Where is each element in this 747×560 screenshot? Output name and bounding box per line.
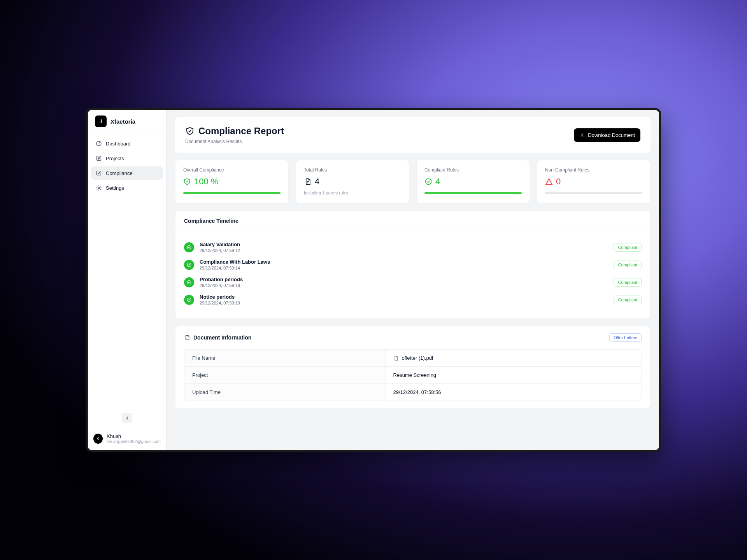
- gauge-icon: [96, 140, 102, 147]
- status-dot-compliant: [184, 295, 194, 305]
- docinfo-key: File Name: [184, 350, 386, 366]
- timeline-item: Compliance With Labor Laws 29/12/2024, 0…: [184, 256, 642, 273]
- progress-bar: [424, 192, 522, 194]
- gear-icon: [96, 185, 102, 191]
- timeline-panel: Compliance Timeline Salary Validation 29…: [175, 210, 651, 319]
- stat-label: Non-Compliant Rules: [545, 167, 642, 173]
- svg-point-3: [98, 187, 100, 189]
- docinfo-row: Project Resume Screening: [184, 367, 641, 384]
- timeline-item: Notice periods 29/12/2024, 07:59:19 Comp…: [184, 291, 642, 308]
- svg-rect-2: [97, 171, 101, 175]
- page-title: Compliance Report: [198, 126, 284, 136]
- report-header-card: Compliance Report Document Analysis Resu…: [175, 117, 651, 153]
- stat-label: Overall Compliance: [183, 167, 281, 173]
- status-dot-compliant: [184, 260, 194, 270]
- avatar: K: [93, 434, 103, 444]
- stat-value: 4: [315, 177, 319, 187]
- sidebar-item-compliance[interactable]: Compliance: [91, 166, 163, 180]
- status-dot-compliant: [184, 242, 194, 252]
- docinfo-table: File Name ofletter (1).pdf Project Resum…: [175, 349, 650, 408]
- stat-label: Total Rules: [304, 167, 401, 173]
- shield-icon: [185, 126, 195, 136]
- stat-overall-compliance: Overall Compliance 100 %: [175, 160, 289, 203]
- sidebar-item-label: Projects: [106, 156, 124, 161]
- timeline-item-time: 29/12/2024, 07:59:19: [200, 301, 608, 305]
- stat-noncompliant-rules: Non-Compliant Rules 0: [537, 160, 651, 203]
- stat-compliant-rules: Compliant Rules 4: [416, 160, 530, 203]
- timeline-item-title: Notice periods: [200, 294, 608, 300]
- file-icon: [184, 334, 190, 341]
- alert-triangle-icon: [545, 178, 553, 186]
- status-badge: Compliant: [614, 243, 642, 252]
- stat-value: 4: [435, 177, 440, 187]
- check-circle-icon: [424, 178, 432, 186]
- download-icon: [579, 132, 585, 138]
- status-badge: Compliant: [614, 278, 642, 287]
- stat-value: 0: [556, 177, 561, 187]
- status-badge: Compliant: [614, 296, 642, 304]
- main-content: Compliance Report Document Analysis Resu…: [167, 110, 659, 450]
- panel-title: Document Information: [184, 334, 251, 341]
- brand-logo-glyph: ./: [99, 118, 102, 124]
- sidebar-nav: Dashboard Projects Compliance Settings: [88, 133, 166, 198]
- chevron-left-icon: [124, 415, 130, 421]
- docinfo-value: Resume Screening: [386, 367, 641, 383]
- stat-value: 100 %: [194, 177, 218, 187]
- timeline-item: Salary Validation 29/12/2024, 07:59:12 C…: [184, 238, 642, 256]
- brand-logo: ./: [95, 116, 107, 127]
- sidebar-collapse-button[interactable]: [122, 413, 132, 423]
- sidebar-item-label: Dashboard: [106, 141, 131, 147]
- panel-header: Compliance Timeline: [175, 211, 650, 231]
- timeline-list: Salary Validation 29/12/2024, 07:59:12 C…: [175, 231, 650, 318]
- progress-fill: [424, 192, 522, 194]
- page-subtitle: Document Analysis Results: [185, 139, 284, 144]
- user-email: khushpatel2002@gmail.com: [107, 439, 161, 444]
- download-document-button[interactable]: Download Document: [574, 128, 640, 142]
- timeline-item-time: 29/12/2024, 07:59:16: [200, 283, 608, 288]
- progress-bar: [545, 192, 642, 194]
- stats-row: Overall Compliance 100 % Total Rules: [175, 160, 651, 203]
- docinfo-value-text: ofletter (1).pdf: [402, 355, 433, 361]
- sidebar: ./ Xfactoria Dashboard Projects: [88, 110, 167, 450]
- stat-label: Compliant Rules: [424, 167, 522, 173]
- brand-name: Xfactoria: [110, 118, 135, 125]
- docinfo-title-text: Document Information: [193, 334, 251, 341]
- timeline-item-title: Salary Validation: [200, 242, 608, 247]
- status-dot-compliant: [184, 277, 194, 287]
- docinfo-row: Upload Time 29/12/2024, 07:58:56: [184, 384, 641, 401]
- document-icon: [304, 178, 312, 186]
- user-block[interactable]: K Khush khushpatel2002@gmail.com: [88, 429, 166, 450]
- document-info-panel: Document Information Offer Letters File …: [175, 326, 651, 408]
- sidebar-item-projects[interactable]: Projects: [91, 152, 163, 165]
- svg-point-4: [426, 179, 431, 185]
- stat-total-rules: Total Rules 4 Including 1 parent rules: [296, 160, 409, 203]
- sidebar-item-label: Compliance: [106, 170, 133, 176]
- avatar-initial: K: [96, 436, 100, 441]
- brand: ./ Xfactoria: [88, 110, 166, 133]
- panel-header: Document Information Offer Letters: [175, 326, 650, 349]
- sidebar-item-settings[interactable]: Settings: [91, 181, 163, 194]
- docinfo-value: 29/12/2024, 07:58:56: [386, 384, 641, 401]
- docinfo-row: File Name ofletter (1).pdf: [184, 350, 641, 367]
- download-button-label: Download Document: [588, 132, 635, 138]
- timeline-item-time: 29/12/2024, 07:59:14: [200, 266, 608, 270]
- stat-subtext: Including 1 parent rules: [304, 191, 401, 195]
- document-type-badge: Offer Letters: [609, 333, 642, 342]
- progress-fill: [183, 192, 281, 194]
- status-badge: Compliant: [614, 261, 642, 269]
- file-icon: [393, 355, 399, 361]
- docinfo-value: ofletter (1).pdf: [386, 350, 641, 366]
- panel-title: Compliance Timeline: [184, 218, 238, 224]
- docinfo-key: Upload Time: [184, 384, 386, 401]
- folder-icon: [96, 155, 102, 161]
- shield-check-icon: [96, 170, 102, 176]
- sidebar-item-dashboard[interactable]: Dashboard: [91, 137, 163, 150]
- timeline-item-title: Compliance With Labor Laws: [200, 259, 608, 265]
- timeline-item-time: 29/12/2024, 07:59:12: [200, 248, 608, 253]
- docinfo-key: Project: [184, 367, 386, 383]
- sidebar-item-label: Settings: [106, 185, 124, 191]
- user-name: Khush: [107, 433, 161, 439]
- progress-bar: [183, 192, 281, 194]
- app-window: ./ Xfactoria Dashboard Projects: [86, 108, 661, 452]
- timeline-item: Probation periods 29/12/2024, 07:59:16 C…: [184, 273, 642, 291]
